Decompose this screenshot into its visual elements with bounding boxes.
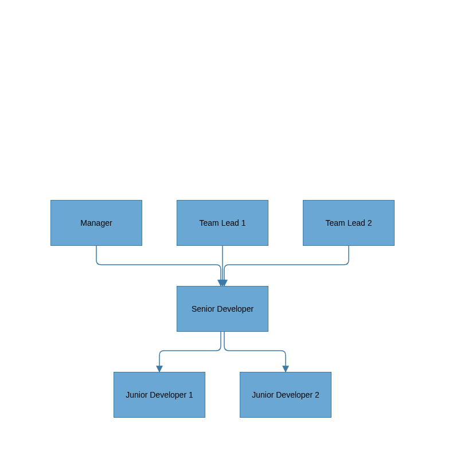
node-junior-developer-1[interactable]: Junior Developer 1 bbox=[114, 372, 205, 418]
node-team-lead-1-label: Team Lead 1 bbox=[200, 218, 246, 227]
node-manager-label: Manager bbox=[80, 218, 112, 227]
node-junior-developer-2[interactable]: Junior Developer 2 bbox=[240, 372, 331, 418]
node-senior-developer-label: Senior Developer bbox=[192, 304, 253, 313]
node-junior-developer-2-label: Junior Developer 2 bbox=[252, 390, 319, 399]
node-team-lead-1[interactable]: Team Lead 1 bbox=[177, 200, 268, 246]
node-junior-developer-1-label: Junior Developer 1 bbox=[126, 390, 193, 399]
node-senior-developer[interactable]: Senior Developer bbox=[177, 286, 268, 332]
node-team-lead-2-label: Team Lead 2 bbox=[326, 218, 372, 227]
node-manager[interactable]: Manager bbox=[50, 200, 142, 246]
node-team-lead-2[interactable]: Team Lead 2 bbox=[303, 200, 395, 246]
